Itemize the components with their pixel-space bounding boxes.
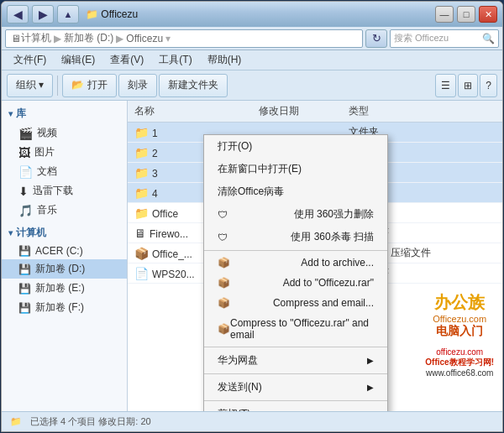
folder-icon: 📁 — [134, 206, 149, 220]
menu-tools[interactable]: 工具(T) — [152, 51, 198, 69]
ctx-huawei-drive[interactable]: 华为网盘 ▶ — [204, 349, 387, 372]
col-name[interactable]: 名称 — [128, 101, 252, 123]
documents-icon: 📄 — [18, 165, 33, 179]
forward-button[interactable]: ▶ — [32, 5, 54, 23]
status-folder-icon: 📁 — [10, 416, 22, 427]
pictures-icon: 🖼 — [18, 146, 30, 159]
drive-c[interactable]: 💾 ACER (C:) — [2, 243, 127, 259]
library-section: ▾ 库 🎬 视频 🖼 图片 📄 文档 ⬇ 迅雷下载 — [2, 104, 127, 220]
sidebar-item-video[interactable]: 🎬 视频 — [2, 123, 127, 143]
menu-help[interactable]: 帮助(H) — [201, 51, 249, 69]
folder-icon: 📁 — [134, 166, 149, 180]
ctx-compress-officezu-email[interactable]: 📦 Compress to "Officezu.rar" and email — [204, 313, 387, 345]
ctx-360-delete[interactable]: 🛡 使用 360强力删除 — [204, 203, 387, 226]
ctx-add-archive[interactable]: 📦 Add to archive... — [204, 253, 387, 273]
app-icon: 🖥 — [134, 227, 146, 240]
ctx-open-new[interactable]: 在新窗口中打开(E) — [204, 158, 387, 180]
drive-c-icon: 💾 — [18, 245, 31, 257]
maximize-button[interactable]: □ — [457, 6, 475, 23]
app2-icon: 📄 — [134, 267, 149, 280]
content-area: ▾ 库 🎬 视频 🖼 图片 📄 文档 ⬇ 迅雷下载 — [2, 101, 502, 411]
music-icon: 🎵 — [18, 204, 33, 217]
computer-header[interactable]: ▾ 计算机 — [2, 223, 127, 243]
watermark-bottom3: www.office68.com — [425, 368, 494, 378]
video-icon: 🎬 — [18, 127, 33, 140]
folder-icon: 📁 — [134, 186, 149, 200]
sidebar-item-downloads[interactable]: ⬇ 迅雷下载 — [2, 181, 127, 201]
close-button[interactable]: ✕ — [479, 6, 497, 23]
refresh-button[interactable]: ↻ — [365, 29, 387, 48]
col-type[interactable]: 类型 — [342, 101, 502, 123]
newfolder-button[interactable]: 新建文件夹 — [159, 74, 228, 97]
drive-e-icon: 💾 — [18, 283, 31, 295]
ctx-clean-virus[interactable]: 清除Office病毒 — [204, 180, 387, 203]
view-icons-button[interactable]: ⊞ — [458, 74, 478, 97]
minimize-button[interactable]: — — [435, 6, 454, 23]
sidebar-item-music[interactable]: 🎵 音乐 — [2, 201, 127, 220]
ctx-cut[interactable]: 剪切(T) — [204, 403, 387, 411]
drive-e[interactable]: 💾 新加卷 (E:) — [2, 279, 127, 298]
library-arrow: ▾ — [8, 109, 13, 118]
sidebar-item-documents[interactable]: 📄 文档 — [2, 162, 127, 181]
addressbar: 🖥 计算机 ▶ 新加卷 (D:) ▶ Officezu ▾ ↻ 搜索 Offic… — [2, 27, 502, 50]
ctx-add-officezu[interactable]: 📦 Add to "Officezu.rar" — [204, 273, 387, 293]
up-button[interactable]: ▲ — [57, 5, 79, 23]
sidebar-item-pictures[interactable]: 🖼 图片 — [2, 143, 127, 162]
ctx-open[interactable]: 打开(O) — [204, 135, 387, 158]
drive-f[interactable]: 💾 新加卷 (F:) — [2, 298, 127, 317]
col-date[interactable]: 修改日期 — [252, 101, 343, 123]
ctx-sep-1 — [204, 250, 387, 251]
search-box[interactable]: 搜索 Officezu 🔍 — [390, 29, 499, 48]
search-icon: 🔍 — [482, 33, 495, 44]
organize-button[interactable]: 组织 ▾ — [7, 74, 53, 97]
context-menu: 打开(O) 在新窗口中打开(E) 清除Office病毒 🛡 使用 360强力删除… — [203, 134, 388, 411]
submenu-arrow-icon: ▶ — [367, 356, 374, 365]
drive-d-icon: 💾 — [18, 263, 31, 275]
toolbar-separator — [57, 76, 58, 96]
watermark-brand: 办公族 — [425, 291, 494, 314]
sidebar: ▾ 库 🎬 视频 🖼 图片 📄 文档 ⬇ 迅雷下载 — [2, 101, 128, 411]
window-title: 📁 Officezu — [82, 8, 432, 20]
status-text: 已选择 4 个项目 修改日期: 20 — [30, 415, 151, 428]
watermark-bottom2: Office教程学习网! — [425, 357, 494, 368]
watermark-url: Officezu.com — [425, 314, 494, 324]
burn-button[interactable]: 刻录 — [118, 74, 157, 97]
ctx-sep-3 — [204, 373, 387, 374]
statusbar: 📁 已选择 4 个项目 修改日期: 20 — [2, 411, 502, 431]
library-header[interactable]: ▾ 库 — [2, 104, 127, 123]
menu-file[interactable]: 文件(F) — [7, 51, 53, 69]
view-options: ☰ ⊞ ? — [435, 74, 497, 97]
watermark: 办公族 Officezu.com 电脑入门 officezu.com Offic… — [425, 291, 494, 378]
titlebar: ◀ ▶ ▲ 📁 Officezu — □ ✕ — [2, 2, 502, 27]
computer-arrow: ▾ — [8, 228, 13, 237]
drive-d[interactable]: 💾 新加卷 (D:) — [2, 259, 127, 279]
drive-f-icon: 💾 — [18, 302, 31, 314]
downloads-icon: ⬇ — [18, 185, 29, 198]
menu-view[interactable]: 查看(V) — [103, 51, 150, 69]
view-list-button[interactable]: ☰ — [435, 74, 456, 97]
open-button[interactable]: 📂 打开 — [62, 74, 116, 97]
menu-edit[interactable]: 编辑(E) — [55, 51, 102, 69]
watermark-bottom1: officezu.com — [425, 347, 494, 357]
main-window: ◀ ▶ ▲ 📁 Officezu — □ ✕ 🖥 计算机 ▶ 新加卷 (D:) … — [1, 1, 503, 432]
back-button[interactable]: ◀ — [7, 5, 29, 23]
menubar: 文件(F) 编辑(E) 查看(V) 工具(T) 帮助(H) — [2, 50, 502, 70]
ctx-compress-email[interactable]: 📦 Compress and email... — [204, 293, 387, 313]
submenu-arrow-2-icon: ▶ — [367, 383, 374, 392]
watermark-sub: 电脑入门 — [425, 324, 494, 339]
folder-icon: 📁 — [134, 146, 149, 159]
address-path[interactable]: 🖥 计算机 ▶ 新加卷 (D:) ▶ Officezu ▾ — [5, 29, 363, 48]
file-area: 名称 修改日期 类型 📁1 文件夹 📁2 文件夹 — [128, 101, 502, 411]
ctx-sep-4 — [204, 400, 387, 401]
folder-icon: 📁 — [134, 126, 149, 139]
help-icon-button[interactable]: ? — [480, 74, 497, 97]
ctx-360-scan[interactable]: 🛡 使用 360杀毒 扫描 — [204, 226, 387, 248]
ctx-sep-2 — [204, 347, 387, 347]
ctx-send-to[interactable]: 发送到(N) ▶ — [204, 376, 387, 399]
computer-section: ▾ 计算机 💾 ACER (C:) 💾 新加卷 (D:) 💾 新加卷 (E:) … — [2, 223, 127, 317]
archive-icon: 📦 — [134, 247, 149, 260]
toolbar: 组织 ▾ 📂 打开 刻录 新建文件夹 ☰ ⊞ ? — [2, 70, 502, 101]
